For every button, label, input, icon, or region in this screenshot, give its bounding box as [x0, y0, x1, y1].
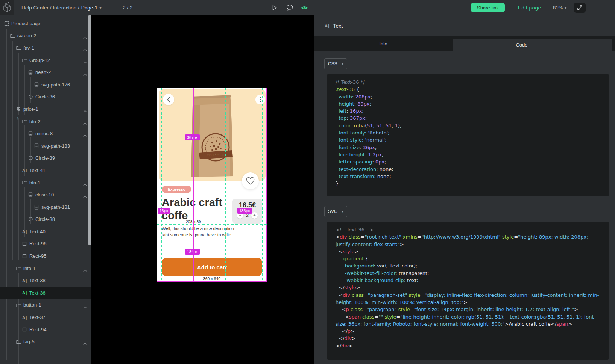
measure-badge-184: 184px: [185, 249, 200, 255]
rect-icon: [22, 327, 29, 332]
code-line: <div class="paragraph-set" style="displa…: [336, 292, 601, 306]
layer-row-tag-5[interactable]: tag-5: [0, 335, 91, 348]
layer-row-button-1[interactable]: button-1: [0, 299, 91, 311]
code-line: letter-spacing: 0px;: [336, 158, 601, 165]
zoom-level-dropdown[interactable]: 81% ▾: [553, 0, 566, 15]
product-image-card[interactable]: NABI NAHUI: [159, 89, 266, 181]
layer-row-svg-path-183[interactable]: svg-path-183: [0, 140, 91, 152]
category-tag[interactable]: Expresso: [162, 186, 191, 193]
chevron-up-icon[interactable]: [83, 120, 87, 126]
chevron-up-icon[interactable]: [83, 181, 87, 187]
rect-icon: [22, 242, 29, 246]
kebab-menu-button[interactable]: [255, 95, 265, 104]
layer-row-svg-path-181[interactable]: svg-path-181: [0, 201, 91, 213]
layer-row-fav-1[interactable]: fav-1: [0, 42, 91, 54]
chevron-up-icon[interactable]: [83, 71, 87, 77]
sidebar-scrollbar[interactable]: [88, 15, 91, 245]
layer-row-heart-2[interactable]: heart-2: [0, 66, 91, 79]
back-button[interactable]: [163, 94, 174, 105]
guide-vertical-right: [262, 88, 263, 282]
breadcrumb-page-name: Page-1: [81, 5, 98, 11]
comment-button[interactable]: [285, 0, 295, 15]
design-canvas[interactable]: NABI NAHUI Expresso Arabic craft coffe 2…: [91, 15, 314, 364]
layer-label: Circle-39: [35, 155, 55, 161]
chevron-up-icon[interactable]: [83, 340, 87, 346]
text-layer-icon: A|: [325, 24, 330, 28]
css-code-block[interactable]: /* Text-36 */.text-36 { width: 208px; he…: [327, 74, 609, 196]
chevron-up-icon[interactable]: [83, 267, 87, 273]
layer-label: minus-8: [35, 131, 53, 136]
code-line: .text-36 {: [336, 86, 601, 93]
breadcrumb[interactable]: Help Center / Interaction / Page-1 ▾: [21, 0, 101, 15]
fullscreen-button[interactable]: [574, 3, 586, 13]
layer-row-text-40[interactable]: A|Text-40: [0, 225, 91, 238]
layer-row-group-12[interactable]: Group-12: [0, 54, 91, 66]
svg-code-block[interactable]: <!-- Text-36 --><div class="root rich-te…: [327, 222, 609, 360]
layer-label: button-1: [23, 302, 41, 308]
layer-row-text-41[interactable]: A|Text-41: [0, 164, 91, 177]
chevron-up-icon[interactable]: [83, 59, 87, 65]
chevron-up-icon[interactable]: [83, 132, 87, 138]
layer-row-minus-8[interactable]: minus-8: [0, 127, 91, 140]
chevron-up-icon[interactable]: [83, 193, 87, 199]
layer-row-info-1[interactable]: info-1: [0, 262, 91, 275]
tab-info[interactable]: Info: [314, 36, 453, 51]
layer-row-btn-2[interactable]: btn-2: [0, 115, 91, 128]
layer-label: Product page: [11, 21, 40, 26]
guide-horizontal-top: [157, 198, 267, 198]
layer-row-text-37[interactable]: A|Text-37: [0, 311, 91, 323]
quantity-plus-button[interactable]: +: [251, 212, 258, 219]
layer-row-text-36[interactable]: A|Text-36: [0, 287, 91, 299]
chevron-down-icon[interactable]: ▾: [99, 6, 101, 10]
layer-row-product page[interactable]: Product page: [0, 17, 91, 30]
chevron-up-icon[interactable]: [83, 304, 87, 310]
css-format-value: CSS: [328, 61, 337, 66]
layer-row-rect-96[interactable]: Rect-96: [0, 238, 91, 250]
code-line: top: 367px;: [336, 115, 601, 122]
folder-icon: [16, 340, 23, 344]
layer-row-screen-2[interactable]: screen-2: [0, 30, 91, 42]
layer-label: fav-1: [23, 45, 34, 51]
layer-row-svg-path-176[interactable]: svg-path-176: [0, 79, 91, 91]
layer-row-text-38[interactable]: A|Text-38: [0, 274, 91, 287]
tab-code[interactable]: Code: [453, 39, 612, 51]
chevron-up-icon[interactable]: [83, 47, 87, 52]
chevron-up-icon[interactable]: [83, 108, 87, 113]
edit-page-link[interactable]: Edit page: [518, 0, 541, 15]
css-format-dropdown[interactable]: CSS ▾: [324, 58, 347, 69]
code-line: background: var(--text-color);: [336, 262, 601, 269]
layer-row-rect-94[interactable]: Rect-94: [0, 323, 91, 336]
layer-row-circle-36[interactable]: Circle-36: [0, 91, 91, 103]
guide-vertical-left: [161, 88, 162, 282]
code-line: line-height: 1.2px;: [336, 151, 601, 158]
layer-row-close-10[interactable]: close-10: [0, 189, 91, 201]
layer-row-price-1[interactable]: price-1: [0, 103, 91, 115]
page-counter: 2 / 2: [123, 0, 132, 15]
layer-label: btn-2: [29, 119, 41, 124]
share-link-button[interactable]: Share link: [471, 3, 505, 12]
text-icon: A|: [22, 290, 29, 295]
zoom-level-value: 81%: [553, 5, 563, 11]
layer-row-rect-95[interactable]: Rect-95: [0, 250, 91, 262]
code-line: font-style: 'normal';: [336, 136, 601, 143]
code-view-button[interactable]: </>: [299, 0, 309, 15]
chevron-up-icon[interactable]: [83, 35, 87, 40]
svg-text:NABI NAHUI: NABI NAHUI: [207, 154, 224, 157]
layer-row-btn-1[interactable]: btn-1: [0, 177, 91, 189]
layer-label: tag-5: [23, 339, 35, 344]
layer-row-circle-39[interactable]: Circle-39: [0, 152, 91, 165]
folder-icon: [16, 303, 23, 307]
play-button[interactable]: [270, 0, 279, 15]
favorite-button[interactable]: [242, 172, 259, 189]
svgfile-icon: [34, 143, 41, 148]
add-to-cart-button[interactable]: Add to cart: [162, 258, 262, 276]
layer-label: btn-1: [29, 180, 41, 186]
screen-frame[interactable]: NABI NAHUI Expresso Arabic craft coffe 2…: [157, 88, 267, 282]
layer-tree: Product pagescreen-2fav-1Group-12heart-2…: [0, 17, 91, 348]
layer-row-circle-38[interactable]: Circle-38: [0, 213, 91, 226]
app-logo[interactable]: [0, 0, 14, 15]
code-line: </style>: [336, 284, 601, 291]
text-icon: A|: [22, 315, 29, 320]
chevron-left-icon: [167, 97, 170, 103]
svg-format-dropdown[interactable]: SVG ▾: [324, 206, 347, 217]
